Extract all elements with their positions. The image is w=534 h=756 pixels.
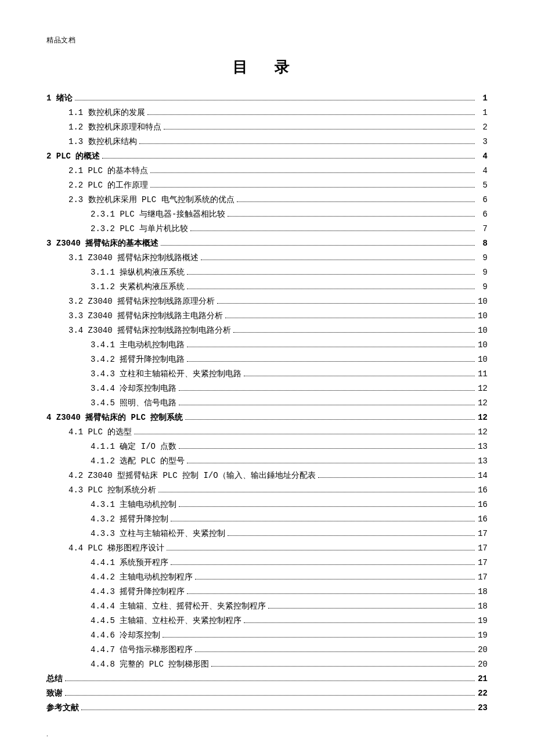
toc-leader-dots (163, 630, 475, 638)
toc-page-number: 16 (477, 513, 488, 525)
toc-entry: 3.4.2 摇臂升降控制电路10 (46, 354, 488, 366)
toc-page-number: 9 (477, 267, 488, 279)
toc-entry: 2.3.1 PLC 与继电器-接触器相比较6 (46, 208, 488, 221)
toc-leader-dots (171, 514, 475, 521)
toc-entry: 3.4.1 主电动机控制电路10 (46, 339, 488, 351)
toc-label: 4.4.2 主轴电动机控制程序 (91, 571, 193, 584)
toc-entry: 3 Z3040 摇臂钻床的基本概述8 (46, 237, 488, 250)
toc-label: 1.2 数控机床原理和特点 (68, 121, 161, 134)
toc-entry: 4.4.8 完整的 PLC 控制梯形图20 (46, 658, 488, 671)
toc-page-number: 16 (477, 484, 488, 496)
toc-page-number: 12 (477, 383, 488, 395)
toc-leader-dots (217, 296, 475, 304)
toc-label: 3.4.3 立柱和主轴箱松开、夹紧控制电路 (91, 368, 241, 380)
toc-label: 2.3.1 PLC 与继电器-接触器相比较 (91, 208, 225, 221)
toc-entry: 4.1 PLC 的选型12 (46, 426, 488, 438)
toc-label: 4.3.2 摇臂升降控制 (91, 513, 168, 525)
toc-entry: 2 PLC 的概述4 (46, 150, 488, 163)
toc-leader-dots (237, 195, 475, 202)
toc-label: 3.1.1 操纵机构液压系统 (91, 267, 185, 279)
toc-entry: 1.1 数控机床的发展1 (46, 107, 488, 119)
toc-entry: 4.4.6 冷却泵控制19 (46, 629, 488, 642)
toc-label: 2.3.2 PLC 与单片机比较 (91, 223, 188, 235)
toc-page-number: 8 (477, 237, 488, 250)
toc-leader-dots (161, 238, 475, 246)
toc-entry: 4.4.1 系统预开程序17 (46, 557, 488, 569)
toc-page-number: 17 (477, 542, 488, 555)
toc-entry: 4.4.5 主轴箱、立柱松开、夹紧控制程序19 (46, 615, 488, 627)
toc-leader-dots (179, 441, 475, 449)
toc-label: 4.3.1 主轴电动机控制 (91, 499, 176, 511)
toc-leader-dots (75, 93, 475, 100)
toc-entry: 3.1.2 夹紧机构液压系统9 (46, 281, 488, 293)
toc-label: 4.4.5 主轴箱、立柱松开、夹紧控制程序 (91, 615, 241, 627)
toc-leader-dots (179, 398, 475, 405)
toc-entry: 1.3 数控机床结构3 (46, 136, 488, 148)
toc-entry: 4.4.7 信号指示梯形图程序20 (46, 644, 488, 656)
toc-entry: 4.4.3 摇臂升降控制程序18 (46, 586, 488, 598)
toc-leader-dots (185, 412, 475, 420)
toc-label: 4.1.2 选配 PLC 的型号 (91, 455, 185, 467)
toc-page-number: 1 (477, 107, 488, 119)
toc-label: 2.1 PLC 的基本特点 (68, 165, 148, 177)
toc-entry: 4.3.2 摇臂升降控制16 (46, 513, 488, 525)
toc-leader-dots (139, 136, 475, 144)
toc-entry: 3.1 Z3040 摇臂钻床控制线路概述9 (46, 252, 488, 264)
toc-leader-dots (268, 601, 475, 609)
toc-entry: 2.1 PLC 的基本特点4 (46, 165, 488, 177)
toc-leader-dots (147, 107, 475, 115)
toc-entry: 3.4.4 冷却泵控制电路12 (46, 383, 488, 395)
toc-entry: 3.3 Z3040 摇臂钻床控制线路主电路分析10 (46, 310, 488, 322)
toc-entry: 3.1.1 操纵机构液压系统9 (46, 267, 488, 279)
toc-label: 3.1.2 夹紧机构液压系统 (91, 281, 185, 293)
toc-label: 3.3 Z3040 摇臂钻床控制线路主电路分析 (68, 310, 223, 322)
toc-label: 4.4.4 主轴箱、立柱、摇臂松开、夹紧控制程序 (91, 600, 266, 613)
toc-label: 3 Z3040 摇臂钻床的基本概述 (46, 237, 158, 250)
toc-page-number: 16 (477, 499, 488, 511)
toc-leader-dots (187, 267, 475, 275)
toc-page-number: 3 (477, 136, 488, 148)
toc-entry: 3.4.5 照明、信号电路12 (46, 397, 488, 409)
toc-page-number: 10 (477, 296, 488, 308)
toc-leader-dots (167, 543, 475, 550)
toc-leader-dots (211, 659, 475, 667)
toc-page-number: 18 (477, 586, 488, 598)
toc-leader-dots (102, 151, 475, 159)
toc-label: 4.4 PLC 梯形图程序设计 (68, 542, 164, 555)
toc-page-number: 17 (477, 571, 488, 584)
toc-page-number: 7 (477, 223, 488, 235)
toc-leader-dots (225, 311, 475, 318)
toc-page-number: 6 (477, 208, 488, 221)
toc-entry: 2.2 PLC 的工作原理5 (46, 179, 488, 192)
toc-page-number: 14 (477, 470, 488, 482)
toc-entry: 4.3.1 主轴电动机控制16 (46, 499, 488, 511)
toc-leader-dots (187, 354, 475, 362)
toc-page-number: 17 (477, 528, 488, 540)
toc-entry: 3.2 Z3040 摇臂钻床控制线路原理分析10 (46, 296, 488, 308)
toc-page-number: 10 (477, 339, 488, 351)
toc-leader-dots (201, 253, 475, 260)
toc-entry: 1.2 数控机床原理和特点2 (46, 121, 488, 134)
toc-leader-dots (171, 557, 475, 565)
toc-page-number: 21 (477, 673, 488, 685)
toc-page-number: 9 (477, 281, 488, 293)
toc-label: 3.2 Z3040 摇臂钻床控制线路原理分析 (68, 296, 215, 308)
toc-leader-dots (65, 674, 475, 681)
toc-label: 4.4.8 完整的 PLC 控制梯形图 (91, 658, 209, 671)
toc-page-number: 10 (477, 325, 488, 337)
toc-entry: 2.3.2 PLC 与单片机比较7 (46, 223, 488, 235)
toc-entry: 4.2 Z3040 型摇臂钻床 PLC 控制 I/O（输入、输出錘地址分配表14 (46, 470, 488, 482)
toc-page-number: 4 (477, 150, 488, 163)
toc-label: 3.4.2 摇臂升降控制电路 (91, 354, 185, 366)
toc-entry: 4.3 PLC 控制系统分析16 (46, 484, 488, 496)
toc-page-number: 12 (477, 412, 488, 424)
toc-page-number: 23 (477, 702, 488, 714)
toc-page-number: 20 (477, 658, 488, 671)
toc-leader-dots (150, 165, 475, 173)
toc-entry: 3.4.3 立柱和主轴箱松开、夹紧控制电路11 (46, 368, 488, 380)
toc-entry: 4.1.1 确定 I/O 点数13 (46, 441, 488, 453)
toc-leader-dots (228, 528, 475, 536)
toc-label: 3.4.4 冷却泵控制电路 (91, 383, 176, 395)
toc-leader-dots (134, 427, 475, 434)
toc-page-number: 19 (477, 615, 488, 627)
